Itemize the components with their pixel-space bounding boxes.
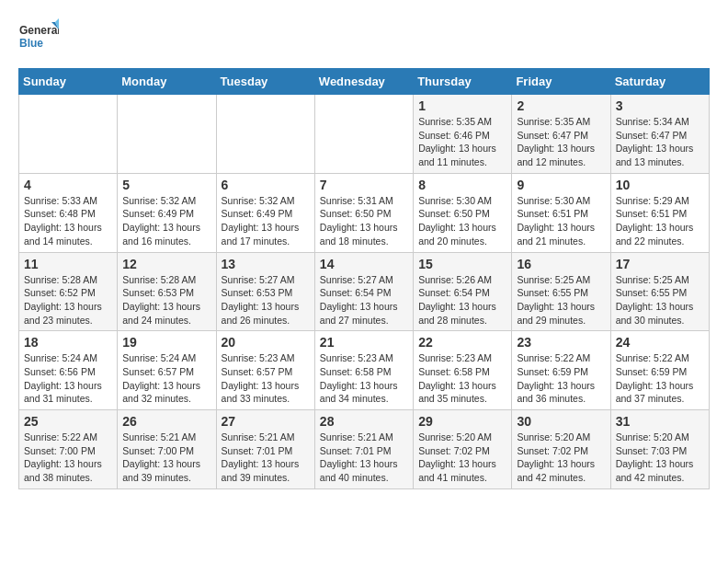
- calendar-cell: 21Sunrise: 5:23 AM Sunset: 6:58 PM Dayli…: [314, 331, 413, 410]
- day-info: Sunrise: 5:20 AM Sunset: 7:02 PM Dayligh…: [517, 431, 605, 485]
- day-number: 14: [320, 257, 408, 271]
- calendar-cell: 18Sunrise: 5:24 AM Sunset: 6:56 PM Dayli…: [19, 331, 118, 410]
- page-header: General Blue: [18, 18, 710, 59]
- day-info: Sunrise: 5:21 AM Sunset: 7:01 PM Dayligh…: [320, 431, 408, 485]
- day-number: 2: [517, 98, 605, 113]
- day-info: Sunrise: 5:27 AM Sunset: 6:54 PM Dayligh…: [320, 273, 408, 327]
- header-tuesday: Tuesday: [216, 69, 314, 95]
- day-info: Sunrise: 5:22 AM Sunset: 6:59 PM Dayligh…: [616, 351, 704, 406]
- day-info: Sunrise: 5:31 AM Sunset: 6:50 PM Dayligh…: [320, 194, 408, 248]
- svg-text:General: General: [19, 24, 59, 37]
- calendar-week-5: 25Sunrise: 5:22 AM Sunset: 7:00 PM Dayli…: [19, 410, 710, 489]
- day-info: Sunrise: 5:23 AM Sunset: 6:57 PM Dayligh…: [222, 351, 310, 406]
- day-info: Sunrise: 5:33 AM Sunset: 6:48 PM Dayligh…: [24, 194, 112, 248]
- day-number: 12: [122, 257, 210, 271]
- calendar-cell: 4Sunrise: 5:33 AM Sunset: 6:48 PM Daylig…: [19, 173, 118, 252]
- day-info: Sunrise: 5:24 AM Sunset: 6:56 PM Dayligh…: [24, 351, 112, 406]
- day-info: Sunrise: 5:23 AM Sunset: 6:58 PM Dayligh…: [320, 351, 408, 406]
- day-info: Sunrise: 5:32 AM Sunset: 6:49 PM Dayligh…: [122, 194, 210, 248]
- day-number: 11: [24, 257, 112, 271]
- calendar-cell: 30Sunrise: 5:20 AM Sunset: 7:02 PM Dayli…: [512, 410, 610, 489]
- day-info: Sunrise: 5:28 AM Sunset: 6:52 PM Dayligh…: [24, 273, 112, 327]
- calendar-cell: 7Sunrise: 5:31 AM Sunset: 6:50 PM Daylig…: [314, 173, 413, 252]
- day-info: Sunrise: 5:28 AM Sunset: 6:53 PM Dayligh…: [122, 273, 210, 327]
- header-saturday: Saturday: [610, 69, 709, 95]
- calendar-cell: 11Sunrise: 5:28 AM Sunset: 6:52 PM Dayli…: [19, 252, 118, 331]
- calendar-cell: 25Sunrise: 5:22 AM Sunset: 7:00 PM Dayli…: [19, 410, 118, 489]
- day-number: 22: [418, 335, 506, 350]
- day-number: 27: [222, 414, 310, 429]
- day-number: 4: [24, 178, 112, 192]
- day-number: 9: [517, 178, 605, 192]
- calendar-cell: 8Sunrise: 5:30 AM Sunset: 6:50 PM Daylig…: [414, 173, 512, 252]
- calendar-cell: 14Sunrise: 5:27 AM Sunset: 6:54 PM Dayli…: [314, 252, 413, 331]
- day-number: 1: [418, 98, 506, 113]
- calendar-table: SundayMondayTuesdayWednesdayThursdayFrid…: [18, 68, 710, 489]
- day-number: 6: [222, 178, 310, 192]
- calendar-cell: 17Sunrise: 5:25 AM Sunset: 6:55 PM Dayli…: [610, 252, 709, 331]
- day-number: 23: [517, 335, 605, 350]
- day-info: Sunrise: 5:25 AM Sunset: 6:55 PM Dayligh…: [616, 273, 704, 327]
- day-info: Sunrise: 5:34 AM Sunset: 6:47 PM Dayligh…: [616, 115, 704, 169]
- day-info: Sunrise: 5:26 AM Sunset: 6:54 PM Dayligh…: [418, 273, 506, 327]
- calendar-week-3: 11Sunrise: 5:28 AM Sunset: 6:52 PM Dayli…: [19, 252, 710, 331]
- day-info: Sunrise: 5:20 AM Sunset: 7:03 PM Dayligh…: [616, 431, 704, 485]
- calendar-cell: 24Sunrise: 5:22 AM Sunset: 6:59 PM Dayli…: [610, 331, 709, 410]
- logo-wordmark: General Blue: [18, 18, 59, 59]
- day-number: 5: [122, 178, 210, 192]
- calendar-cell: [118, 95, 216, 174]
- day-info: Sunrise: 5:32 AM Sunset: 6:49 PM Dayligh…: [222, 194, 310, 248]
- calendar-cell: 26Sunrise: 5:21 AM Sunset: 7:00 PM Dayli…: [118, 410, 216, 489]
- day-info: Sunrise: 5:30 AM Sunset: 6:50 PM Dayligh…: [418, 194, 506, 248]
- day-number: 26: [122, 414, 210, 429]
- day-info: Sunrise: 5:22 AM Sunset: 7:00 PM Dayligh…: [24, 431, 112, 485]
- calendar-cell: 20Sunrise: 5:23 AM Sunset: 6:57 PM Dayli…: [216, 331, 314, 410]
- calendar-week-2: 4Sunrise: 5:33 AM Sunset: 6:48 PM Daylig…: [19, 173, 710, 252]
- header-monday: Monday: [118, 69, 216, 95]
- day-number: 25: [24, 414, 112, 429]
- calendar-cell: 13Sunrise: 5:27 AM Sunset: 6:53 PM Dayli…: [216, 252, 314, 331]
- calendar-cell: 19Sunrise: 5:24 AM Sunset: 6:57 PM Dayli…: [118, 331, 216, 410]
- calendar-cell: [19, 95, 118, 174]
- calendar-week-1: 1Sunrise: 5:35 AM Sunset: 6:46 PM Daylig…: [19, 95, 710, 174]
- calendar-cell: [216, 95, 314, 174]
- day-number: 24: [616, 335, 704, 350]
- calendar-cell: 28Sunrise: 5:21 AM Sunset: 7:01 PM Dayli…: [314, 410, 413, 489]
- logo: General Blue: [18, 18, 59, 59]
- header-sunday: Sunday: [19, 69, 118, 95]
- day-number: 17: [616, 257, 704, 271]
- day-info: Sunrise: 5:21 AM Sunset: 7:00 PM Dayligh…: [122, 431, 210, 485]
- day-number: 16: [517, 257, 605, 271]
- logo-svg: General Blue: [18, 18, 59, 59]
- calendar-week-4: 18Sunrise: 5:24 AM Sunset: 6:56 PM Dayli…: [19, 331, 710, 410]
- calendar-cell: [314, 95, 413, 174]
- day-info: Sunrise: 5:35 AM Sunset: 6:47 PM Dayligh…: [517, 115, 605, 169]
- calendar-cell: 31Sunrise: 5:20 AM Sunset: 7:03 PM Dayli…: [610, 410, 709, 489]
- calendar-cell: 27Sunrise: 5:21 AM Sunset: 7:01 PM Dayli…: [216, 410, 314, 489]
- day-info: Sunrise: 5:30 AM Sunset: 6:51 PM Dayligh…: [517, 194, 605, 248]
- day-info: Sunrise: 5:22 AM Sunset: 6:59 PM Dayligh…: [517, 351, 605, 406]
- day-number: 3: [616, 98, 704, 113]
- day-info: Sunrise: 5:23 AM Sunset: 6:58 PM Dayligh…: [418, 351, 506, 406]
- day-number: 20: [222, 335, 310, 350]
- header-thursday: Thursday: [414, 69, 512, 95]
- day-number: 21: [320, 335, 408, 350]
- calendar-cell: 16Sunrise: 5:25 AM Sunset: 6:55 PM Dayli…: [512, 252, 610, 331]
- day-number: 13: [222, 257, 310, 271]
- calendar-header-row: SundayMondayTuesdayWednesdayThursdayFrid…: [19, 69, 710, 95]
- day-number: 7: [320, 178, 408, 192]
- day-info: Sunrise: 5:20 AM Sunset: 7:02 PM Dayligh…: [418, 431, 506, 485]
- calendar-cell: 2Sunrise: 5:35 AM Sunset: 6:47 PM Daylig…: [512, 95, 610, 174]
- day-number: 18: [24, 335, 112, 350]
- day-info: Sunrise: 5:35 AM Sunset: 6:46 PM Dayligh…: [418, 115, 506, 169]
- day-info: Sunrise: 5:21 AM Sunset: 7:01 PM Dayligh…: [222, 431, 310, 485]
- calendar-cell: 15Sunrise: 5:26 AM Sunset: 6:54 PM Dayli…: [414, 252, 512, 331]
- calendar-cell: 10Sunrise: 5:29 AM Sunset: 6:51 PM Dayli…: [610, 173, 709, 252]
- day-number: 30: [517, 414, 605, 429]
- calendar-cell: 1Sunrise: 5:35 AM Sunset: 6:46 PM Daylig…: [414, 95, 512, 174]
- calendar-cell: 23Sunrise: 5:22 AM Sunset: 6:59 PM Dayli…: [512, 331, 610, 410]
- calendar-cell: 3Sunrise: 5:34 AM Sunset: 6:47 PM Daylig…: [610, 95, 709, 174]
- day-number: 31: [616, 414, 704, 429]
- calendar-cell: 29Sunrise: 5:20 AM Sunset: 7:02 PM Dayli…: [414, 410, 512, 489]
- day-number: 10: [616, 178, 704, 192]
